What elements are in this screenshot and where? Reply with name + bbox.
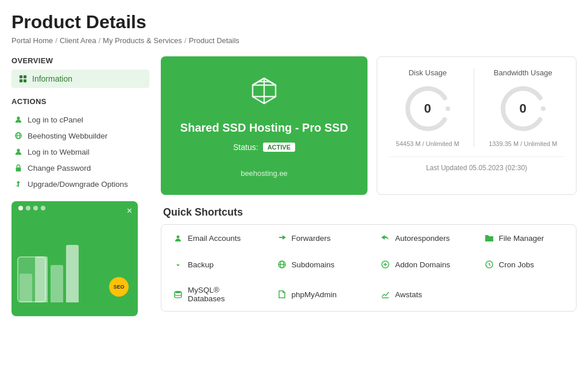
- sidebar-promo: × SEO: [11, 201, 138, 316]
- product-domain: beehosting.ee: [241, 169, 288, 178]
- product-icon: [247, 74, 281, 110]
- shortcut-forwarders[interactable]: Forwarders: [265, 225, 369, 251]
- forward-icon: [277, 233, 287, 243]
- clock-icon: [484, 259, 494, 270]
- user-icon-2: [14, 147, 23, 156]
- action-change-password-label: Change Password: [28, 164, 91, 172]
- breadcrumb-portal-home[interactable]: Portal Home: [11, 36, 53, 45]
- promo-dot-1: [18, 206, 23, 210]
- shortcut-email-accounts-label: Email Accounts: [188, 234, 241, 243]
- svg-rect-1: [24, 75, 26, 78]
- breadcrumb-sep: /: [184, 36, 187, 45]
- actions-title: Actions: [11, 97, 149, 106]
- db-icon: [173, 289, 183, 300]
- product-card: Shared SSD Hosting - Pro SSD Status: ACT…: [161, 56, 368, 195]
- action-cpanel[interactable]: Log in to cPanel: [11, 112, 149, 128]
- shortcut-file-manager[interactable]: File Manager: [473, 225, 577, 251]
- product-row: Shared SSD Hosting - Pro SSD Status: ACT…: [161, 56, 577, 195]
- svg-rect-9: [16, 167, 21, 171]
- page-title: Product Details: [11, 11, 577, 33]
- shortcut-forwarders-label: Forwarders: [292, 234, 331, 243]
- right-content: Shared SSD Hosting - Pro SSD Status: ACT…: [161, 56, 577, 316]
- download-icon: [173, 259, 183, 270]
- shortcut-autoresponders[interactable]: Autoresponders: [369, 225, 473, 251]
- product-status-row: Status: ACTIVE: [233, 143, 295, 152]
- status-badge: ACTIVE: [263, 143, 295, 152]
- bandwidth-usage-label: Bandwidth Usage: [494, 68, 552, 77]
- action-webmail[interactable]: Log in to Webmail: [11, 144, 149, 160]
- chart-icon: [380, 289, 390, 300]
- bandwidth-usage-gauge: 0: [497, 83, 549, 135]
- plus-circle-icon: [380, 259, 390, 270]
- bandwidth-usage-item: Bandwidth Usage 0 1339.35 M / Unlimited …: [489, 68, 557, 147]
- shortcut-file-manager-label: File Manager: [499, 234, 544, 243]
- usage-divider: [474, 68, 474, 147]
- bandwidth-usage-sub: 1339.35 M / Unlimited M: [489, 140, 557, 147]
- disk-usage-sub: 54453 M / Unlimited M: [396, 140, 459, 147]
- bandwidth-usage-value: 0: [520, 101, 527, 116]
- shortcut-awstats-label: Awstats: [395, 290, 422, 299]
- shortcut-awstats[interactable]: Awstats: [369, 278, 473, 311]
- lock-icon: [14, 163, 23, 172]
- shortcut-cron-jobs-label: Cron Jobs: [499, 260, 535, 269]
- svg-point-8: [17, 149, 20, 152]
- usage-card: Disk Usage 0 54453 M / Unlimited M: [377, 56, 577, 195]
- shortcut-addon-domains-label: Addon Domains: [395, 260, 450, 269]
- shortcut-phpmyadmin[interactable]: phpMyAdmin: [265, 278, 369, 311]
- shortcut-phpmyadmin-label: phpMyAdmin: [292, 290, 337, 299]
- shortcut-autoresponders-label: Autoresponders: [395, 234, 450, 243]
- action-upgrade-label: Upgrade/Downgrade Options: [28, 180, 128, 189]
- svg-rect-0: [20, 75, 22, 78]
- action-webbuilder-label: Beehosting Webbuilder: [28, 132, 107, 140]
- overview-title: Overview: [11, 56, 149, 65]
- action-webmail-label: Log in to Webmail: [28, 148, 90, 156]
- disk-usage-value: 0: [424, 101, 431, 116]
- shortcut-email-accounts[interactable]: Email Accounts: [161, 225, 265, 251]
- user-icon: [14, 115, 23, 124]
- product-status-label: Status:: [233, 143, 258, 152]
- svg-point-22: [175, 291, 181, 293]
- shortcut-backup-label: Backup: [188, 260, 214, 269]
- promo-dot-3: [33, 206, 38, 210]
- svg-rect-3: [24, 79, 26, 82]
- file-icon: [277, 289, 287, 300]
- shortcut-addon-domains[interactable]: Addon Domains: [369, 251, 473, 278]
- sidebar-overview-section: Overview Information: [11, 56, 149, 88]
- shortcut-subdomains[interactable]: Subdomains: [265, 251, 369, 278]
- breadcrumb-sep: /: [98, 36, 100, 45]
- breadcrumb-my-products[interactable]: My Products & Services: [103, 36, 182, 45]
- shortcut-mysql-label: MySQL® Databases: [188, 286, 254, 303]
- breadcrumb: Portal Home / Client Area / My Products …: [11, 36, 577, 45]
- shortcuts-section: Email Accounts Forwarders Autoresponders: [161, 224, 577, 312]
- arrows-icon: [14, 179, 23, 189]
- action-change-password[interactable]: Change Password: [11, 160, 149, 176]
- main-content: Overview Information Actions: [11, 56, 577, 316]
- sidebar-item-information[interactable]: Information: [11, 70, 149, 88]
- svg-point-14: [177, 236, 180, 239]
- breadcrumb-sep: /: [55, 36, 57, 45]
- action-upgrade[interactable]: Upgrade/Downgrade Options: [11, 176, 149, 192]
- shortcuts-grid: Email Accounts Forwarders Autoresponders: [161, 225, 576, 311]
- usage-last-updated: Last Updated 05.05.2023 (02:30): [389, 156, 564, 172]
- promo-dot-4: [41, 206, 45, 210]
- sidebar: Overview Information Actions: [11, 56, 149, 316]
- shortcut-mysql[interactable]: MySQL® Databases: [161, 278, 265, 311]
- svg-point-4: [17, 117, 20, 120]
- reply-icon: [380, 233, 390, 243]
- action-webbuilder[interactable]: Beehosting Webbuilder: [11, 128, 149, 144]
- globe-icon: [14, 131, 23, 140]
- folder-icon: [484, 233, 494, 243]
- shortcut-backup[interactable]: Backup: [161, 251, 265, 278]
- promo-dot-2: [26, 206, 30, 210]
- shortcut-subdomains-label: Subdomains: [292, 260, 335, 269]
- product-name: Shared SSD Hosting - Pro SSD: [180, 121, 348, 135]
- globe-icon-2: [277, 259, 287, 270]
- breadcrumb-client-area[interactable]: Client Area: [60, 36, 96, 45]
- sidebar-actions-section: Actions Log in to cPanel: [11, 97, 149, 192]
- disk-usage-item: Disk Usage 0 54453 M / Unlimited M: [396, 68, 459, 147]
- disk-usage-label: Disk Usage: [408, 68, 446, 77]
- breadcrumb-current: Product Details: [189, 36, 239, 45]
- svg-rect-2: [20, 79, 22, 82]
- disk-usage-gauge: 0: [402, 83, 454, 135]
- shortcut-cron-jobs[interactable]: Cron Jobs: [473, 251, 577, 278]
